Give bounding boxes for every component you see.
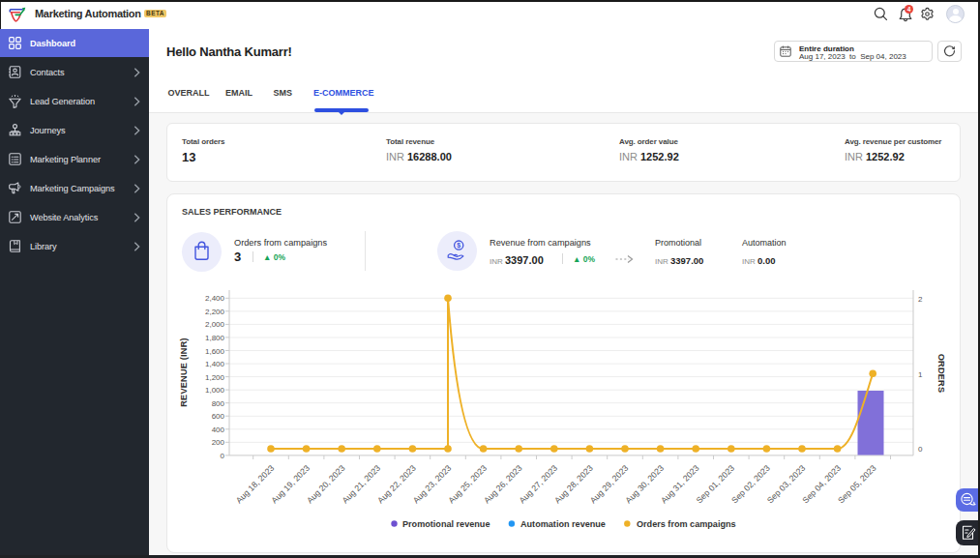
svg-text:$: $ — [457, 242, 460, 250]
